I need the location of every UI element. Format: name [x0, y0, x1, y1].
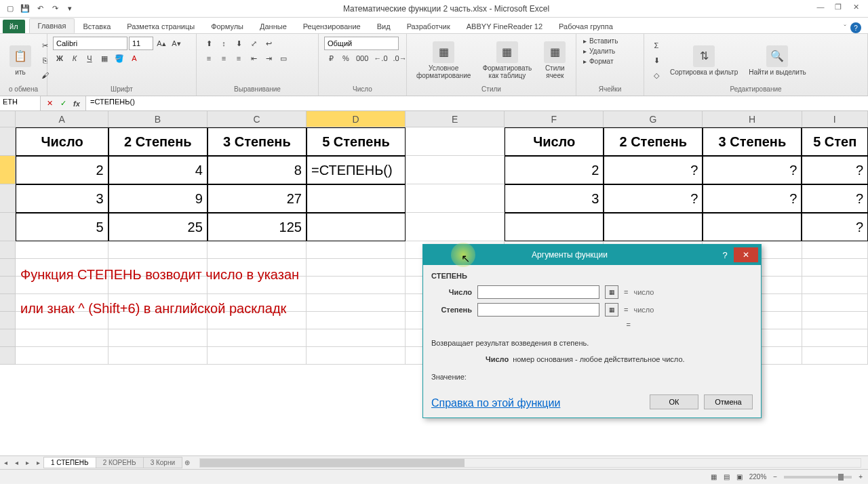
dialog-titlebar[interactable]: Аргументы функции ? ✕ [423, 245, 761, 265]
qat-dropdown-icon[interactable]: ▾ [64, 3, 76, 15]
format-cells-button[interactable]: ▸Формат [582, 57, 615, 66]
cell[interactable]: 3 [505, 184, 604, 213]
font-name-combo[interactable]: Calibri [53, 37, 127, 50]
align-middle-icon[interactable]: ↕ [217, 37, 231, 50]
cell[interactable]: 2 [16, 156, 108, 184]
cell[interactable] [802, 241, 869, 259]
row-header[interactable] [0, 213, 16, 241]
wrap-text-icon[interactable]: ↩ [262, 37, 275, 50]
delete-cells-button[interactable]: ▸Удалить [582, 47, 616, 56]
save-icon[interactable]: 💾 [19, 3, 31, 15]
cell[interactable] [16, 241, 108, 259]
row-header[interactable] [0, 312, 16, 329]
cell[interactable]: 2 [505, 156, 604, 184]
arg-power-range-icon[interactable]: ▦ [605, 303, 618, 317]
formula-input[interactable]: =СТЕПЕНЬ() [85, 96, 868, 110]
font-grow-icon[interactable]: A▴ [155, 37, 168, 50]
cell[interactable]: 2 Степень [604, 127, 703, 156]
view-pagebreak-icon[interactable]: ▣ [736, 473, 743, 481]
ok-button[interactable]: ОК [650, 394, 698, 409]
conditional-formatting-button[interactable]: ▦Условное форматирование [412, 40, 475, 81]
sheet-tab-3[interactable]: 3 Корни [143, 457, 182, 468]
column-header[interactable]: A [16, 111, 108, 127]
row-header[interactable] [0, 127, 16, 156]
tab-workgroup[interactable]: Рабочая группа [551, 20, 621, 33]
row-header[interactable] [0, 259, 16, 277]
cell[interactable]: ? [802, 213, 868, 241]
font-color-button[interactable]: A [127, 52, 141, 65]
paste-button[interactable]: 📋ить [5, 44, 35, 77]
column-header[interactable]: G [604, 111, 703, 127]
cell[interactable] [802, 347, 869, 365]
cell[interactable] [307, 312, 406, 329]
comma-icon[interactable]: 000 [354, 52, 370, 65]
cell[interactable]: 5 Степ [802, 127, 868, 156]
underline-button[interactable]: Ч [83, 52, 96, 65]
cancel-formula-icon[interactable]: ✕ [43, 99, 56, 108]
cell[interactable]: 9 [108, 184, 208, 213]
select-all-corner[interactable] [0, 111, 16, 127]
sort-filter-button[interactable]: ⇅Сортировка и фильтр [666, 44, 742, 77]
redo-icon[interactable]: ↷ [49, 3, 61, 15]
cell[interactable]: 4 [108, 156, 208, 184]
cell[interactable]: 5 [16, 213, 108, 241]
tab-formulas[interactable]: Формулы [203, 20, 252, 33]
close-button[interactable]: ✕ [848, 3, 864, 15]
cell[interactable] [208, 329, 307, 347]
tab-review[interactable]: Рецензирование [295, 20, 369, 33]
tab-home[interactable]: Главная [29, 18, 75, 33]
zoom-value[interactable]: 220% [749, 473, 767, 481]
row-header[interactable] [0, 294, 16, 312]
ribbon-collapse-icon[interactable]: ˇ [844, 24, 846, 32]
cell[interactable] [802, 277, 869, 294]
row-header[interactable] [0, 277, 16, 294]
cell[interactable]: 3 Степень [208, 127, 307, 156]
cell[interactable]: ? [604, 184, 703, 213]
cell[interactable] [307, 277, 406, 294]
bold-button[interactable]: Ж [53, 52, 66, 65]
maximize-button[interactable]: ❐ [830, 3, 846, 15]
fill-color-button[interactable]: 🪣 [113, 52, 126, 65]
sheet-nav-first-icon[interactable]: ◂ [0, 459, 11, 466]
undo-icon[interactable]: ↶ [34, 3, 46, 15]
cell[interactable] [406, 127, 505, 156]
cell[interactable]: ? [802, 184, 868, 213]
cell[interactable] [307, 329, 406, 347]
format-as-table-button[interactable]: ▦Форматировать как таблицу [477, 40, 536, 81]
minimize-button[interactable]: — [812, 3, 829, 15]
column-header[interactable]: B [108, 111, 208, 127]
decimal-inc-icon[interactable]: ←.0 [372, 52, 389, 65]
cell[interactable] [208, 347, 307, 365]
insert-cells-button[interactable]: ▸Вставить [582, 37, 619, 45]
cell[interactable] [208, 241, 307, 259]
row-header[interactable] [0, 156, 16, 184]
cell[interactable]: ? [802, 156, 868, 184]
cell[interactable] [108, 329, 208, 347]
tab-view[interactable]: Вид [369, 20, 399, 33]
help-icon[interactable]: ? [850, 22, 861, 33]
align-top-icon[interactable]: ⬆ [202, 37, 216, 50]
cell[interactable]: 2 Степень [108, 127, 208, 156]
cell[interactable] [16, 347, 108, 365]
cell[interactable]: 25 [108, 213, 208, 241]
cell[interactable]: ? [604, 156, 703, 184]
cell[interactable] [802, 294, 869, 312]
align-left-icon[interactable]: ≡ [202, 52, 216, 65]
zoom-slider[interactable] [784, 476, 852, 479]
fx-icon[interactable]: fx [71, 100, 83, 108]
cell[interactable] [307, 184, 406, 213]
align-right-icon[interactable]: ≡ [232, 52, 245, 65]
zoom-in-icon[interactable]: + [859, 473, 863, 481]
align-bottom-icon[interactable]: ⬇ [232, 37, 245, 50]
cell[interactable] [16, 329, 108, 347]
cell[interactable]: 27 [208, 184, 307, 213]
row-header[interactable] [0, 329, 16, 347]
cancel-button[interactable]: Отмена [704, 394, 753, 409]
cell[interactable] [307, 241, 406, 259]
row-header[interactable] [0, 184, 16, 213]
tab-page-layout[interactable]: Разметка страницы [119, 20, 203, 33]
cell[interactable] [307, 213, 406, 241]
view-normal-icon[interactable]: ▦ [711, 473, 717, 481]
cell[interactable] [108, 241, 208, 259]
tab-file[interactable]: йл [3, 20, 25, 33]
